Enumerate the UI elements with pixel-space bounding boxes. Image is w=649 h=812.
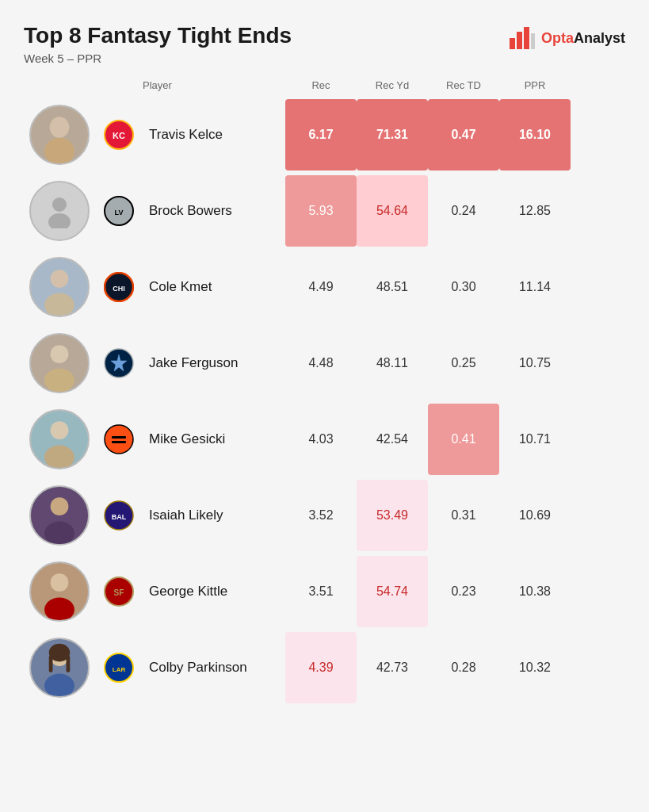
stat-rec-yd: 42.73	[357, 632, 428, 703]
player-silhouette	[31, 561, 88, 622]
svg-rect-44	[49, 656, 53, 672]
player-name: Travis Kelce	[143, 127, 285, 143]
svg-point-42	[44, 673, 74, 697]
player-silhouette	[31, 638, 88, 698]
stat-rec: 3.52	[285, 480, 357, 551]
team-logo-cell: BAL	[95, 500, 143, 530]
team-logo-cell: KC	[95, 120, 143, 150]
logo-opta: Opta	[541, 30, 574, 46]
bengals-logo	[104, 424, 134, 454]
stat-rec: 5.93	[285, 175, 357, 247]
player-silhouette	[31, 485, 88, 546]
stat-rec: 4.03	[285, 404, 357, 475]
svg-rect-2	[524, 27, 529, 49]
player-name: Jake Ferguson	[143, 355, 285, 371]
player-name: Colby Parkinson	[143, 660, 285, 676]
cowboys-logo	[104, 348, 134, 378]
player-name: George Kittle	[143, 584, 285, 599]
team-logo-cell: LV	[95, 196, 143, 226]
table-row: LAR Colby Parkinson 4.39 42.73 0.28 10.3…	[24, 632, 625, 703]
col-header-rec-td: Rec TD	[428, 79, 499, 91]
header: Top 8 Fantasy Tight Ends Week 5 – PPR Op…	[24, 24, 625, 65]
avatar	[29, 105, 90, 165]
stat-rec: 4.39	[285, 632, 357, 703]
stat-ppr: 10.38	[499, 556, 571, 627]
logo-text: OptaAnalyst	[541, 30, 625, 47]
col-header-player: Player	[143, 79, 285, 91]
svg-point-32	[44, 521, 74, 545]
player-silhouette	[31, 409, 88, 469]
table-row: CHI Cole Kmet 4.49 48.51 0.30 11.14	[24, 251, 625, 323]
column-headers: Player Rec Rec Yd Rec TD PPR	[24, 79, 625, 96]
stat-rec-td: 0.25	[428, 327, 499, 399]
avatar	[29, 561, 90, 622]
raiders-logo: LV	[104, 196, 134, 226]
stat-rec-yd: 48.51	[357, 251, 428, 323]
ravens-logo: BAL	[104, 500, 134, 530]
player-silhouette	[31, 105, 88, 165]
stat-ppr: 10.32	[499, 632, 571, 703]
table-row: KC Travis Kelce 6.17 71.31 0.47 16.10	[24, 99, 625, 170]
svg-point-26	[44, 445, 74, 469]
stat-rec-yd: 53.49	[357, 480, 428, 551]
svg-rect-1	[517, 32, 522, 49]
avatar	[29, 181, 90, 241]
col-header-rec: Rec	[285, 79, 357, 91]
svg-point-7	[52, 118, 68, 135]
svg-rect-28	[112, 436, 126, 439]
subtitle: Week 5 – PPR	[24, 52, 292, 65]
svg-point-27	[105, 425, 133, 454]
stat-rec-td: 0.47	[428, 99, 499, 170]
stat-ppr: 10.75	[499, 327, 571, 399]
svg-text:KC: KC	[113, 131, 125, 140]
player-silhouette	[31, 257, 88, 317]
stat-rec-td: 0.23	[428, 556, 499, 627]
stat-ppr: 12.85	[499, 175, 571, 247]
table-row: Mike Gesicki 4.03 42.54 0.41 10.71	[24, 404, 625, 475]
svg-point-6	[44, 138, 74, 165]
svg-text:CHI: CHI	[113, 285, 125, 293]
avatar	[29, 485, 90, 546]
player-silhouette	[42, 193, 77, 228]
stat-rec-yd: 54.64	[357, 175, 428, 247]
avatar-cell	[24, 485, 95, 546]
avatar	[29, 409, 90, 469]
table-row: BAL Isaiah Likely 3.52 53.49 0.31 10.69	[24, 480, 625, 551]
table-row: LV Brock Bowers 5.93 54.64 0.24 12.85	[24, 175, 625, 247]
stat-rec-yd: 48.11	[357, 327, 428, 399]
bears-logo: CHI	[104, 272, 134, 302]
stat-rec-yd: 54.74	[357, 556, 428, 627]
col-header-team	[95, 79, 143, 91]
avatar-cell	[24, 257, 95, 317]
avatar-cell	[24, 181, 95, 241]
opta-logo-icon	[508, 24, 536, 52]
svg-text:SF: SF	[114, 588, 124, 597]
logo-analyst: Analyst	[574, 30, 625, 46]
team-logo-cell: LAR	[95, 653, 143, 683]
stat-rec-td: 0.28	[428, 632, 499, 703]
avatar-cell	[24, 561, 95, 622]
stat-rec-td: 0.24	[428, 175, 499, 247]
svg-rect-29	[112, 441, 126, 443]
svg-rect-45	[67, 656, 71, 672]
stat-rec-yd: 71.31	[357, 99, 428, 170]
svg-text:BAL: BAL	[112, 513, 127, 521]
table: Player Rec Rec Yd Rec TD PPR	[24, 79, 625, 703]
avatar-cell	[24, 409, 95, 469]
col-header-ppr: PPR	[499, 79, 571, 91]
table-row: Jake Ferguson 4.48 48.11 0.25 10.75	[24, 327, 625, 399]
svg-point-25	[51, 421, 69, 439]
team-logo-cell: CHI	[95, 272, 143, 302]
rams-logo: LAR	[104, 653, 134, 683]
title-block: Top 8 Fantasy Tight Ends Week 5 – PPR	[24, 24, 292, 65]
svg-text:LAR: LAR	[113, 666, 126, 673]
svg-point-37	[44, 597, 74, 621]
stat-ppr: 11.14	[499, 251, 571, 323]
team-logo-cell	[95, 348, 143, 378]
stat-rec-td: 0.30	[428, 251, 499, 323]
svg-point-21	[44, 368, 74, 392]
svg-point-11	[48, 213, 71, 228]
stat-rec-td: 0.31	[428, 480, 499, 551]
col-header-rec-yd: Rec Yd	[357, 79, 428, 91]
stat-rec-yd: 42.54	[357, 404, 428, 475]
